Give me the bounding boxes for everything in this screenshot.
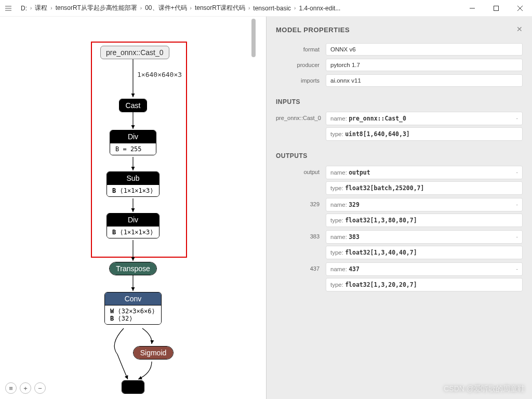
input-node-label: pre_onnx::Cast_0 [106, 48, 164, 57]
sub-node-label: Sub [107, 172, 159, 184]
collapse-icon[interactable]: - [516, 233, 518, 240]
title-bar: D:› 课程› tensorRT从零起步高性能部署› 00、课件+代码› ten… [0, 0, 532, 17]
prop-row-input0: pre_onnx::Cast_0 name: pre_onnx::Cast_0-… [276, 112, 523, 141]
prop-row-output0: output name: output- type: float32[batch… [276, 166, 523, 195]
prop-row-output3: 437 name: 437- type: float32[1,3,20,20,7… [276, 262, 523, 291]
collapse-icon[interactable]: - [516, 265, 518, 272]
div-node-1[interactable]: Div B = 255 [110, 130, 156, 155]
prop-value-name[interactable]: name: 383- [326, 230, 523, 244]
prop-label: imports [276, 74, 326, 84]
chevron-right-icon: › [140, 5, 142, 11]
zoom-controls: ≡ + − [5, 382, 46, 394]
prop-label: output [276, 166, 326, 175]
conv-node-label: Conv [105, 292, 161, 305]
minimize-button[interactable] [460, 0, 484, 17]
prop-value[interactable]: pytorch 1.7 [326, 59, 523, 71]
graph-pane[interactable]: pre_onnx::Cast_0 1×640×640×3 Cast Div B … [0, 17, 266, 399]
transpose-node[interactable]: Transpose [109, 262, 157, 275]
div-node-1-label: Div [110, 130, 156, 143]
sub-node-body: B ⟨1×1×1×3⟩ [107, 184, 159, 196]
prop-row-producer: producer pytorch 1.7 [276, 59, 523, 71]
conv-node[interactable]: Conv W ⟨32×3×6×6⟩ B ⟨32⟩ [104, 292, 162, 325]
inputs-heading: INPUTS [276, 98, 523, 105]
prop-label: 437 [276, 262, 326, 272]
maximize-button[interactable] [484, 0, 508, 17]
prop-row-imports: imports ai.onnx v11 [276, 74, 523, 87]
prop-value[interactable]: ai.onnx v11 [326, 74, 523, 87]
properties-pane: MODEL PROPERTIES ✕ format ONNX v6 produc… [267, 17, 532, 399]
cast-node[interactable]: Cast [119, 99, 147, 112]
prop-label: 329 [276, 198, 326, 207]
conv-node-body: W ⟨32×3×6×6⟩ B ⟨32⟩ [105, 305, 161, 324]
zoom-fit-button[interactable]: ≡ [5, 382, 17, 394]
chevron-right-icon: › [190, 5, 192, 11]
prop-value-type[interactable]: type: float32[1,3,80,80,7] [326, 214, 523, 227]
prop-label: format [276, 43, 326, 52]
collapse-icon[interactable]: - [516, 201, 518, 207]
breadcrumb-seg[interactable]: D: [21, 5, 27, 12]
hamburger-menu[interactable] [0, 0, 17, 17]
prop-label: pre_onnx::Cast_0 [276, 112, 326, 121]
outputs-heading: OUTPUTS [276, 152, 523, 159]
prop-label: producer [276, 59, 326, 68]
sigmoid-node-label: Sigmoid [134, 347, 173, 359]
prop-row-output2: 383 name: 383- type: float32[1,3,40,40,7… [276, 230, 523, 259]
prop-value-name[interactable]: name: output- [326, 166, 523, 179]
sub-node[interactable]: Sub B ⟨1×1×1×3⟩ [107, 171, 159, 197]
breadcrumb-seg[interactable]: 1.4-onnx-edit... [299, 5, 340, 12]
div-node-2[interactable]: Div B ⟨1×1×1×3⟩ [107, 213, 159, 238]
prop-value-name[interactable]: name: pre_onnx::Cast_0- [326, 112, 523, 125]
breadcrumb-seg[interactable]: 课程 [35, 4, 47, 12]
svg-rect-0 [494, 6, 499, 10]
prop-value-type[interactable]: type: uint8[1,640,640,3] [326, 127, 523, 141]
prop-value-name[interactable]: name: 329- [326, 198, 523, 211]
prop-value-type[interactable]: type: float32[1,3,20,20,7] [326, 278, 523, 291]
window-controls [460, 0, 532, 17]
sigmoid-node[interactable]: Sigmoid [133, 346, 174, 360]
div-node-2-body: B ⟨1×1×1×3⟩ [107, 226, 159, 238]
prop-label: 383 [276, 230, 326, 240]
prop-row-format: format ONNX v6 [276, 43, 523, 56]
breadcrumb-seg[interactable]: tensorRT课程代码 [195, 4, 245, 12]
chevron-right-icon: › [248, 5, 250, 11]
cast-node-label: Cast [119, 99, 147, 112]
div-node-1-body: B = 255 [110, 143, 156, 155]
next-node[interactable] [122, 380, 144, 394]
prop-value[interactable]: ONNX v6 [326, 43, 523, 56]
breadcrumb-seg[interactable]: 00、课件+代码 [145, 4, 187, 12]
chevron-right-icon: › [30, 5, 32, 11]
chevron-right-icon: › [50, 5, 52, 11]
breadcrumb-seg[interactable]: tensorrt-basic [253, 5, 291, 12]
prop-value-type[interactable]: type: float32[batch,25200,7] [326, 181, 523, 195]
input-node[interactable]: pre_onnx::Cast_0 [100, 46, 169, 59]
zoom-in-button[interactable]: + [20, 382, 31, 394]
zoom-out-button[interactable]: − [34, 382, 46, 394]
prop-row-output1: 329 name: 329- type: float32[1,3,80,80,7… [276, 198, 523, 227]
watermark: CSDN @爱听歌的周童鞋 [444, 384, 525, 394]
next-node-label [122, 381, 144, 393]
prop-value-type[interactable]: type: float32[1,3,40,40,7] [326, 246, 523, 259]
close-button[interactable] [508, 0, 532, 17]
breadcrumb-seg[interactable]: tensorRT从零起步高性能部署 [56, 4, 137, 12]
chevron-right-icon: › [294, 5, 296, 11]
properties-title: MODEL PROPERTIES [276, 26, 523, 34]
div-node-2-label: Div [107, 214, 159, 226]
breadcrumb[interactable]: D:› 课程› tensorRT从零起步高性能部署› 00、课件+代码› ten… [17, 4, 460, 12]
collapse-icon[interactable]: - [516, 115, 518, 121]
tensor-shape-label: 1×640×640×3 [137, 71, 182, 78]
prop-value-name[interactable]: name: 437- [326, 262, 523, 276]
transpose-node-label: Transpose [110, 262, 156, 275]
close-icon[interactable]: ✕ [516, 25, 523, 33]
collapse-icon[interactable]: - [516, 169, 518, 175]
